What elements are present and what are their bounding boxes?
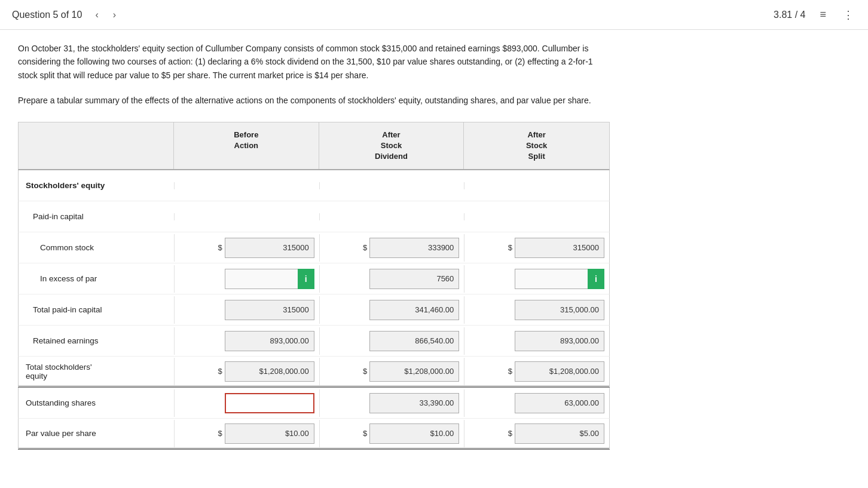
header-after-dividend: After Stock Dividend <box>319 122 464 170</box>
prev-button[interactable]: ‹ <box>91 8 102 22</box>
score-display: 3.81 / 4 <box>774 10 805 20</box>
header-before-action: Before Action <box>174 122 319 170</box>
common-stock-label: Common stock <box>19 238 174 257</box>
cell-par-before: $ <box>174 420 319 447</box>
in-excess-before-info-btn[interactable]: i <box>298 269 314 289</box>
main-content: On October 31, the stockholders' equity … <box>0 30 628 462</box>
table-header: Before Action After Stock Dividend After… <box>18 122 610 171</box>
cs-split-prefix: $ <box>508 243 512 252</box>
total-paid-after-div-input[interactable] <box>369 300 459 320</box>
cell-empty-4 <box>174 213 319 220</box>
cell-par-after-div: $ <box>319 420 464 447</box>
total-paid-after-split-input[interactable] <box>515 300 604 320</box>
cell-common-stock-before: $ <box>174 234 319 262</box>
in-excess-split-field-wrap: i <box>515 269 604 289</box>
cell-empty-1 <box>174 182 319 189</box>
question-text: On October 31, the stockholders' equity … <box>18 42 610 82</box>
row-in-excess: In excess of par i i <box>18 263 610 294</box>
outstanding-shares-label: Outstanding shares <box>19 394 174 412</box>
in-excess-label: In excess of par <box>19 269 174 288</box>
total-paid-label: Total paid-in capital <box>19 300 174 319</box>
instruction-text: Prepare a tabular summary of the effects… <box>18 94 610 107</box>
cell-empty-6 <box>464 213 609 220</box>
cell-outstanding-after-split <box>464 389 609 417</box>
cs-before-prefix: $ <box>218 243 222 252</box>
row-retained-earnings: Retained earnings <box>18 326 610 357</box>
cell-empty-3 <box>464 182 609 189</box>
row-par-value: Par value per share $ $ $ <box>18 419 610 450</box>
header-col0 <box>19 122 174 170</box>
retained-after-split-input[interactable] <box>515 331 604 351</box>
retained-after-div-input[interactable] <box>369 331 459 351</box>
cell-total-equity-after-split: $ <box>464 358 609 385</box>
cell-empty-5 <box>319 213 464 220</box>
pv-div-prefix: $ <box>363 429 367 438</box>
question-counter: Question 5 of 10 <box>12 10 82 20</box>
cell-in-excess-after-div <box>319 265 464 293</box>
cell-empty-2 <box>319 182 464 189</box>
row-total-paid-in: Total paid-in capital <box>18 294 610 326</box>
cell-par-after-split: $ <box>464 420 609 447</box>
cell-common-stock-after-split: $ <box>464 234 609 262</box>
cell-total-paid-after-split <box>464 296 609 324</box>
cell-outstanding-after-div <box>319 389 464 417</box>
total-paid-before-input[interactable] <box>225 300 314 320</box>
header-after-split: After Stock Split <box>464 122 609 170</box>
cell-outstanding-before <box>174 389 319 417</box>
row-common-stock: Common stock $ $ $ <box>18 232 610 263</box>
row-total-equity: Total stockholders' equity $ $ $ <box>18 357 610 388</box>
in-excess-after-div-input[interactable] <box>369 269 459 289</box>
stockholders-equity-label: Stockholders' equity <box>19 176 174 195</box>
cell-total-paid-after-div <box>319 296 464 324</box>
nav-arrows: ‹ › <box>91 8 120 22</box>
pv-split-prefix: $ <box>508 429 512 438</box>
in-excess-before-field-wrap: i <box>225 269 314 289</box>
total-equity-after-div-input[interactable] <box>369 361 459 382</box>
topbar: Question 5 of 10 ‹ › 3.81 / 4 ≡ ⋮ <box>0 0 868 30</box>
cell-in-excess-before: i <box>174 265 319 293</box>
cell-total-equity-after-div: $ <box>319 358 464 385</box>
par-value-label: Par value per share <box>19 424 174 443</box>
common-stock-after-split-input[interactable] <box>515 238 604 258</box>
paid-in-capital-label: Paid-in capital <box>19 207 174 226</box>
list-icon-button[interactable]: ≡ <box>817 7 829 22</box>
outstanding-before-input[interactable] <box>225 393 314 413</box>
retained-before-input[interactable] <box>225 331 314 351</box>
par-value-after-div-input[interactable] <box>369 423 459 444</box>
cell-retained-before <box>174 327 319 355</box>
total-equity-before-input[interactable] <box>225 361 314 382</box>
row-paid-in-capital: Paid-in capital <box>18 201 610 232</box>
row-stockholders-equity: Stockholders' equity <box>18 170 610 201</box>
cell-common-stock-after-div: $ <box>319 234 464 262</box>
cell-total-equity-before: $ <box>174 358 319 385</box>
in-excess-after-split-input[interactable] <box>515 269 588 289</box>
cell-total-paid-before <box>174 296 319 324</box>
more-icon-button[interactable]: ⋮ <box>841 7 856 23</box>
outstanding-after-div-input[interactable] <box>369 393 459 413</box>
in-excess-split-info-btn[interactable]: i <box>588 269 604 289</box>
te-before-prefix: $ <box>218 367 222 376</box>
row-outstanding-shares: Outstanding shares <box>18 388 610 419</box>
total-equity-label: Total stockholders' equity <box>19 358 174 385</box>
te-div-prefix: $ <box>363 367 367 376</box>
te-split-prefix: $ <box>508 367 512 376</box>
retained-earnings-label: Retained earnings <box>19 332 174 350</box>
summary-table: Before Action After Stock Dividend After… <box>18 122 610 450</box>
next-button[interactable]: › <box>109 8 120 22</box>
total-equity-after-split-input[interactable] <box>515 361 604 382</box>
topbar-right: 3.81 / 4 ≡ ⋮ <box>774 7 856 23</box>
cell-retained-after-div <box>319 327 464 355</box>
cs-div-prefix: $ <box>363 243 367 252</box>
par-value-after-split-input[interactable] <box>515 423 604 444</box>
outstanding-after-split-input[interactable] <box>515 393 604 413</box>
in-excess-before-input[interactable] <box>225 269 298 289</box>
cell-retained-after-split <box>464 327 609 355</box>
common-stock-before-input[interactable] <box>225 238 314 258</box>
pv-before-prefix: $ <box>218 429 222 438</box>
common-stock-after-div-input[interactable] <box>369 238 459 258</box>
cell-in-excess-after-split: i <box>464 265 609 293</box>
par-value-before-input[interactable] <box>225 423 314 444</box>
